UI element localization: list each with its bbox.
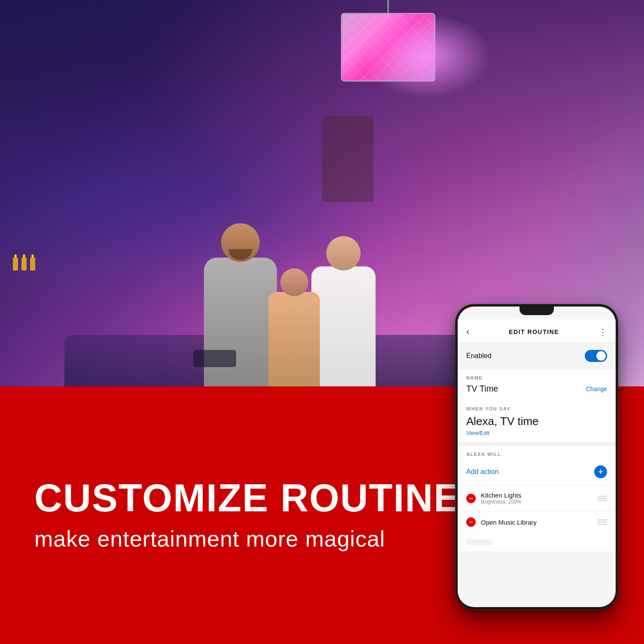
enabled-toggle[interactable]: [585, 350, 607, 362]
when-you-say-section: WHEN YOU SAY Alexa, TV time View/Edit: [458, 400, 616, 442]
drag-handle-1[interactable]: [598, 496, 607, 501]
remove-music-library-button[interactable]: −: [466, 517, 476, 527]
routine-name: TV Time: [466, 384, 498, 394]
action-item-music-library[interactable]: − Open Music Library: [458, 511, 616, 533]
action-item-partial: [458, 533, 616, 552]
drag-line: [598, 524, 607, 525]
child-head: [280, 268, 308, 296]
enabled-label: Enabled: [466, 352, 492, 360]
add-action-label: Add action: [466, 468, 499, 476]
man-beard: [229, 249, 252, 260]
drag-handle-2[interactable]: [598, 519, 607, 525]
candle-2: [21, 258, 27, 270]
screen-title: EDIT ROUTINE: [509, 328, 559, 335]
action-text-2: Open Music Library: [481, 519, 537, 526]
child-figure: [268, 234, 320, 386]
change-name-button[interactable]: Change: [586, 386, 607, 392]
action-item-kitchen-lights[interactable]: − Kitchen Lights Brightness: 100%: [458, 486, 616, 511]
remove-kitchen-lights-button[interactable]: −: [466, 494, 476, 503]
action-text-1: Kitchen Lights Brightness: 100%: [481, 492, 521, 505]
drag-line: [598, 522, 607, 522]
woman-body: [311, 266, 376, 386]
phone-screen-container: ‹ EDIT ROUTINE ⋮ Enabled NAME TV Time Ch…: [458, 307, 616, 607]
action-title-1: Kitchen Lights: [481, 492, 521, 499]
drag-line: [598, 500, 607, 501]
phone-screen: ‹ EDIT ROUTINE ⋮ Enabled NAME TV Time Ch…: [458, 307, 616, 607]
view-edit-link[interactable]: View/Edit: [458, 430, 616, 442]
alexa-will-section: ALEXA WILL Add action + − Kitchen Lights…: [458, 442, 616, 552]
partial-row-hint: [466, 539, 492, 545]
child-body: [268, 292, 320, 386]
name-section-label: NAME: [458, 369, 616, 382]
add-action-row[interactable]: Add action +: [458, 459, 616, 486]
candle-1: [13, 258, 18, 270]
woman-figure: [311, 232, 376, 386]
name-row: TV Time Change: [458, 382, 616, 400]
name-section: NAME TV Time Change: [458, 369, 616, 400]
phone-body: ‹ EDIT ROUTINE ⋮ Enabled NAME TV Time Ch…: [455, 304, 618, 610]
back-button[interactable]: ‹: [466, 326, 469, 337]
when-you-say-label: WHEN YOU SAY: [458, 400, 616, 413]
more-options-button[interactable]: ⋮: [598, 327, 607, 337]
action-item-left-1: − Kitchen Lights Brightness: 100%: [466, 492, 598, 505]
action-item-left-2: − Open Music Library: [466, 517, 598, 527]
man-body: [204, 258, 277, 386]
action-title-2: Open Music Library: [481, 519, 537, 526]
remote-control: [193, 350, 236, 367]
add-action-button[interactable]: +: [594, 465, 607, 478]
enabled-row: Enabled: [458, 343, 616, 369]
phone-mockup: ‹ EDIT ROUTINE ⋮ Enabled NAME TV Time Ch…: [455, 304, 618, 610]
lamp-chain: [387, 0, 389, 13]
woman-head: [326, 236, 361, 270]
drag-line: [598, 496, 607, 497]
man-head: [221, 223, 260, 262]
action-subtitle-1: Brightness: 100%: [481, 499, 521, 505]
alexa-command: Alexa, TV time: [458, 413, 616, 430]
alexa-will-label: ALEXA WILL: [458, 446, 616, 459]
drag-line: [598, 498, 607, 499]
phone-notch: [519, 307, 554, 315]
woman-hair: [323, 230, 364, 255]
drag-line: [598, 519, 607, 520]
app-header: ‹ EDIT ROUTINE ⋮: [458, 319, 616, 343]
